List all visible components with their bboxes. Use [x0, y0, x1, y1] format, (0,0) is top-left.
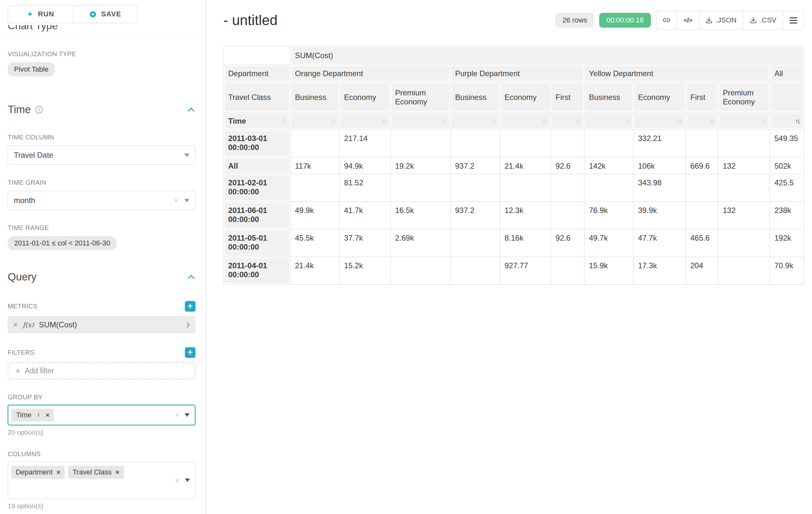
clear-icon[interactable]: × [175, 477, 180, 484]
pivot-value-cell [584, 130, 634, 157]
time-range-value[interactable]: 2011-01-01 ≤ col < 2011-06-30 [8, 236, 116, 250]
pivot-value-cell [551, 174, 584, 202]
pivot-value-cell [551, 202, 584, 229]
pivot-row-header: 2011-06-01 00:00:00 [224, 202, 290, 229]
sort-icon[interactable]: ↑↓ [540, 117, 546, 125]
clear-icon[interactable]: × [174, 197, 178, 205]
run-button[interactable]: RUN [8, 5, 74, 23]
metrics-label-row: METRICS + [8, 301, 196, 312]
pivot-value-cell: 465.6 [686, 229, 718, 257]
add-filter-plus-button[interactable]: + [185, 347, 196, 358]
pivot-value-cell: 343.98 [634, 174, 686, 202]
menu-button[interactable] [783, 11, 804, 30]
time-column-value: Travel Date [14, 151, 53, 160]
embed-code-button[interactable]: </> [677, 11, 699, 30]
pivot-value-cell: 204 [686, 257, 718, 285]
visualization-type-value[interactable]: Pivot Table [8, 62, 55, 77]
group-by-label: GROUP BY [8, 394, 196, 401]
remove-chip-icon[interactable]: × [57, 468, 60, 476]
pivot-row-header: 2011-03-01 00:00:00 [224, 130, 290, 157]
sort-icon[interactable]: ↑↓ [574, 117, 580, 125]
sort-icon[interactable]: ↑↓ [280, 117, 286, 124]
add-filter-button[interactable]: + Add filter [8, 362, 196, 379]
pivot-row-header: All [224, 157, 290, 174]
pivot-class-header: Business [584, 82, 634, 112]
query-duration-badge: 00:00:00.18 [599, 13, 650, 28]
remove-chip-icon[interactable]: × [116, 468, 119, 476]
export-json-button[interactable]: .JSON [699, 11, 743, 30]
chevron-up-icon[interactable] [188, 107, 195, 114]
pivot-value-cell: 106k [634, 157, 686, 174]
pivot-secondary-axis-label: Travel Class [224, 82, 290, 112]
metric-name: SUM(Cost) [39, 320, 77, 329]
pivot-value-cell: 927.77 [500, 257, 551, 285]
info-icon: i [35, 106, 43, 113]
sort-icon[interactable]: ↑↓ [675, 117, 681, 125]
download-icon [750, 17, 757, 24]
explore-view: RUN SAVE Chart Type VISUALIZATION TYPE P… [0, 0, 812, 514]
chart-type-heading: Chart Type [8, 25, 196, 32]
columns-chip[interactable]: Department × [11, 466, 65, 479]
chevron-up-icon[interactable] [188, 275, 195, 281]
pivot-value-cell: 2.69k [390, 229, 451, 257]
save-button[interactable]: SAVE [73, 5, 137, 23]
columns-chip-label: Department [16, 468, 53, 477]
pivot-value-cell: 49.9k [290, 202, 340, 229]
pivot-class-header: Economy [634, 82, 686, 112]
remove-chip-icon[interactable]: × [46, 411, 50, 419]
pivot-value-cell: 117k [290, 157, 340, 174]
pivot-metric-header: SUM(Cost) [290, 46, 804, 65]
pivot-sort-header-cell: ↑↓ [686, 112, 718, 130]
pivot-class-header: Economy [340, 82, 390, 112]
chart-title: - untitled [223, 12, 278, 28]
save-button-label: SAVE [101, 10, 121, 18]
copy-link-button[interactable] [656, 11, 677, 30]
sort-icon[interactable]: ↑↓ [759, 117, 765, 125]
sort-icon[interactable]: ↑↓ [707, 117, 714, 125]
pivot-sort-header-cell: ↑↓ [340, 112, 390, 130]
filters-label: FILTERS [8, 349, 35, 356]
add-metric-button[interactable]: + [185, 301, 196, 312]
time-grain-label: TIME GRAIN [8, 179, 196, 186]
pivot-value-cell [551, 257, 584, 285]
metric-item[interactable]: × ƒ(x) SUM(Cost) › [8, 316, 196, 333]
group-by-chip[interactable]: Time i × [11, 409, 54, 422]
pivot-value-cell: 132 [718, 157, 770, 174]
bolt-icon [27, 10, 33, 18]
pivot-value-cell: 45.5k [290, 229, 340, 257]
pivot-value-cell: 192k [770, 229, 804, 257]
visualization-type-label: VISUALIZATION TYPE [8, 50, 196, 58]
pivot-column-axis-label: Department [224, 65, 290, 82]
pivot-value-cell: 132 [718, 202, 770, 229]
pivot-value-cell: 425.5 [770, 174, 804, 202]
group-by-select[interactable]: Time i × × [8, 405, 196, 425]
sort-icon[interactable]: ↑↓ [489, 117, 495, 125]
pivot-data-row: 2011-05-01 00:00:0045.5k37.7k2.69k8.16k9… [224, 229, 804, 257]
columns-select[interactable]: Department × Travel Class × × [8, 462, 196, 499]
clear-icon[interactable]: × [175, 411, 179, 419]
time-grain-value: month [14, 196, 35, 205]
pivot-sort-header-cell: ↑↓ [290, 112, 340, 130]
pivot-sort-header-cell: ↑↓ [584, 112, 634, 130]
sort-icon[interactable]: ↑↓ [329, 117, 335, 125]
time-column-select[interactable]: Travel Date [8, 145, 196, 165]
pivot-value-cell: 37.7k [340, 229, 390, 257]
sort-icon[interactable]: ↑↓ [440, 117, 446, 125]
chart-header: - untitled 26 rows 00:00:00.18 </> [223, 10, 804, 30]
caret-down-icon [184, 413, 190, 417]
export-button-group: </> .JSON .CSV [656, 11, 804, 30]
run-save-button-group: RUN SAVE [8, 5, 196, 23]
export-csv-button[interactable]: .CSV [743, 11, 783, 30]
sort-icon[interactable]: ↑↓ [380, 117, 386, 125]
pivot-value-cell: 39.9k [634, 202, 686, 229]
pivot-data-row: 2011-02-01 00:00:0081.52343.98425.5 [224, 174, 804, 202]
sort-icon[interactable]: ↑↓ [622, 117, 629, 125]
sort-icon-active[interactable]: ↑↓ [793, 117, 799, 125]
columns-chip[interactable]: Travel Class × [68, 466, 124, 479]
chevron-right-icon[interactable]: › [186, 320, 190, 329]
pivot-class-header: Premium Economy [390, 82, 451, 112]
time-grain-select[interactable]: month × [8, 191, 196, 210]
remove-metric-icon[interactable]: × [13, 320, 18, 329]
pivot-value-cell: 81.52 [340, 174, 390, 202]
pivot-data-row: 2011-06-01 00:00:0049.9k41.7k16.5k937.21… [224, 202, 804, 229]
